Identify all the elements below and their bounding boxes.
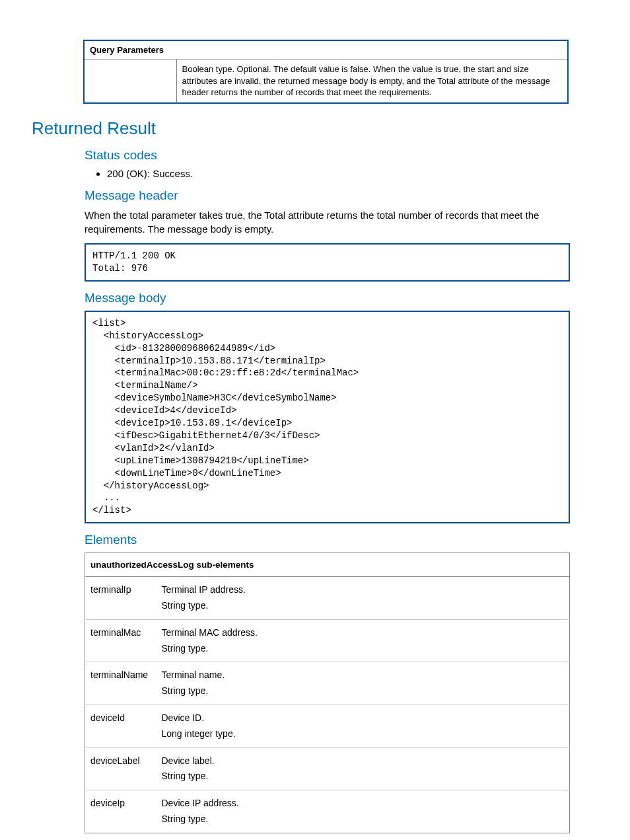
element-key: deviceLabel [85,747,157,790]
element-desc: Device IP address.String type. [157,790,570,833]
message-header-heading: Message header [85,188,598,203]
element-key: terminalMac [85,619,157,662]
status-code-item: 200 (OK): Success. [107,168,598,179]
table-row: deviceLabelDevice label.String type. [85,747,570,790]
query-parameters-table: Query Parameters Boolean type. Optional.… [83,40,569,104]
query-param-desc: Boolean type. Optional. The default valu… [176,59,568,103]
message-header-code: HTTP/1.1 200 OK Total: 976 [85,243,570,282]
table-row: deviceIdDevice ID.Long integer type. [85,705,570,747]
elements-heading: Elements [85,533,598,547]
returned-result-heading: Returned Result [32,118,598,139]
elements-table-header: unauthorizedAccessLog sub-elements [85,553,570,577]
table-row: terminalNameTerminal name.String type. [85,662,570,705]
status-codes-list: 200 (OK): Success. [91,168,598,179]
element-key: deviceIp [85,790,157,833]
status-codes-heading: Status codes [85,148,598,163]
element-desc: Terminal IP address.String type. [157,577,570,620]
element-desc: Terminal name.String type. [157,662,570,705]
element-key: deviceId [85,705,157,747]
element-desc: Terminal MAC address.String type. [157,619,570,662]
element-key: terminalName [85,662,157,705]
element-desc: Device ID.Long integer type. [157,705,570,747]
table-row: deviceIpDevice IP address.String type. [85,790,570,833]
element-key: terminalIp [85,577,157,620]
table-row: terminalMacTerminal MAC address.String t… [85,619,570,662]
message-header-paragraph: When the total parameter takes true, the… [85,208,573,237]
elements-table: unauthorizedAccessLog sub-elements termi… [85,553,570,833]
element-desc: Device label.String type. [157,747,570,790]
message-body-code: <list> <historyAccessLog> <id>-813280009… [85,311,570,523]
table-row: terminalIpTerminal IP address.String typ… [85,577,570,620]
query-param-key [84,59,176,103]
message-body-heading: Message body [85,291,598,305]
query-parameters-header: Query Parameters [84,40,568,59]
